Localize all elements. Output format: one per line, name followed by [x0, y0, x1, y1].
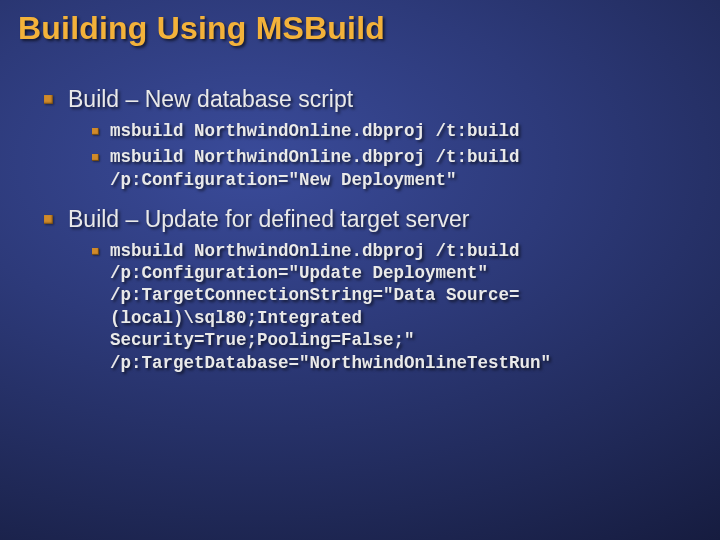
- section-heading: Build – Update for defined target server…: [44, 205, 702, 374]
- code-line: msbuild NorthwindOnline.dbproj /t:build …: [92, 240, 670, 374]
- bullet-list-level2: msbuild NorthwindOnline.dbproj /t:build …: [68, 240, 702, 374]
- bullet-list-level1: Build – New database script msbuild Nort…: [18, 85, 702, 374]
- code-line: msbuild NorthwindOnline.dbproj /t:build …: [92, 146, 670, 191]
- code-line: msbuild NorthwindOnline.dbproj /t:build: [92, 120, 670, 142]
- section-heading-text: Build – Update for defined target server: [68, 206, 469, 232]
- section-heading-text: Build – New database script: [68, 86, 353, 112]
- bullet-list-level2: msbuild NorthwindOnline.dbproj /t:build …: [68, 120, 702, 191]
- slide: Building Using MSBuild Build – New datab…: [0, 0, 720, 540]
- slide-title: Building Using MSBuild: [18, 10, 702, 47]
- section-heading: Build – New database script msbuild Nort…: [44, 85, 702, 191]
